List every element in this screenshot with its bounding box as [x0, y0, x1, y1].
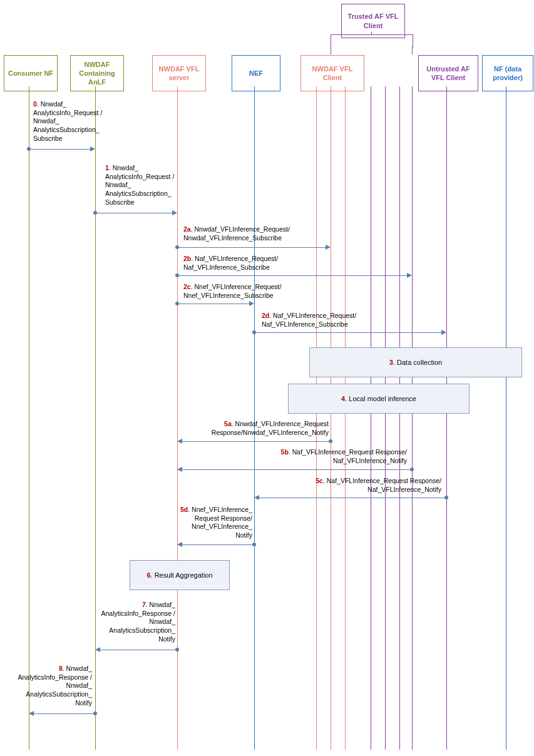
step-number: 2b [183, 255, 191, 262]
msg-text: . Naf_VFLInference_Request Response/ Naf… [289, 448, 407, 464]
participant-nf-data-provider: NF (data provider) [482, 55, 533, 91]
participant-label: NWDAF Containing AnLF [72, 60, 122, 87]
note-text: . Result Aggregation [151, 571, 213, 579]
arrow-1-head [172, 210, 177, 215]
participant-label: Consumer NF [8, 69, 53, 78]
lifeline-trusted-a [371, 86, 371, 750]
msg-7-label: 7. Nnwdaf_ AnalyticsInfo_Response / Nnwd… [97, 601, 175, 643]
arrow-8-head [29, 711, 34, 716]
lifeline-untrusted [446, 86, 447, 750]
step-number: 2c [183, 283, 191, 290]
msg-2b-label: 2b. Naf_VFLInference_Request/ Naf_VFLInf… [183, 255, 327, 272]
arrow-1 [95, 213, 172, 213]
msg-text: . Nnwdaf_ AnalyticsInfo_Response / Nnwda… [18, 665, 92, 707]
participant-label: Untrusted AF VFL Client [420, 64, 476, 83]
participant-label: NWDAF VFL server [154, 64, 204, 83]
msg-2d-label: 2d. Naf_VFLInference_Request/ Naf_VFLInf… [262, 312, 406, 329]
msg-2a-label: 2a. Nnwdaf_VFLInference_Request/ Nnwdaf_… [183, 225, 327, 242]
step-number: 5b [281, 448, 289, 456]
participant-nwdaf-anlf: NWDAF Containing AnLF [70, 55, 124, 91]
arrow-5d [182, 544, 254, 545]
arrow-2c-head [249, 301, 254, 306]
participant-nef: NEF [232, 55, 280, 91]
step-number: 5a [224, 420, 232, 427]
lifeline-nf [506, 86, 506, 750]
msg-2c-label: 2c. Nnef_VFLInference_Request/ Nnef_VFLI… [183, 283, 327, 300]
lifeline-vflclient-b [331, 86, 331, 750]
note-text: . Data collection [393, 359, 442, 366]
arrow-2a [177, 247, 326, 248]
arrow-5c [259, 498, 446, 498]
arrow-5c-head [254, 495, 259, 500]
arrow-0-head [90, 146, 95, 151]
arrow-2b [177, 275, 407, 276]
trusted-bracket [331, 34, 413, 48]
arrow-5a-head [177, 439, 182, 444]
arrow-5a [182, 441, 331, 442]
note-local-inference: 4. Local model inference [288, 384, 470, 414]
lifeline-trusted-c [399, 86, 400, 750]
step-number: 5c [316, 477, 323, 484]
participant-label: Trusted AF VFL Client [343, 12, 403, 30]
participant-consumer-nf: Consumer NF [4, 55, 58, 91]
lifeline-nef [254, 86, 255, 750]
lifeline-vflclient [316, 86, 317, 750]
arrow-5d-head [177, 542, 182, 547]
participant-label: NEF [249, 69, 263, 78]
msg-text: . Nnef_VFLInference_ Request Response/ N… [188, 506, 252, 539]
arrow-5b-head [177, 467, 182, 472]
msg-8-label: 8. Nnwdaf_ AnalyticsInfo_Response / Nnwd… [14, 665, 92, 707]
trusted-leg-center [371, 32, 372, 34]
msg-text: . Nnwdaf_ AnalyticsInfo_Request / Nnwdaf… [33, 100, 102, 142]
lifeline-vflclient-c [345, 86, 346, 750]
arrow-2a-head [326, 245, 331, 250]
step-number: 2d [262, 312, 269, 319]
arrow-5b [182, 469, 412, 470]
participant-vfl-server: NWDAF VFL server [152, 55, 206, 91]
participant-vfl-client: NWDAF VFL Client [300, 55, 364, 91]
lifeline-trusted-b [385, 86, 386, 750]
msg-5d-label: 5d. Nnef_VFLInference_ Request Response/… [174, 506, 252, 540]
trusted-leg-right [412, 47, 413, 54]
step-number: 2a [183, 225, 191, 233]
note-text: . Local model inference [345, 395, 416, 402]
msg-text: . Nnef_VFLInference_Request/ Nnef_VFLInf… [183, 283, 281, 299]
msg-text: . Naf_VFLInference_Request/ Naf_VFLInfer… [183, 255, 278, 271]
arrow-0 [29, 149, 90, 150]
trusted-leg-left [331, 47, 331, 54]
msg-text: . Nnwdaf_ AnalyticsInfo_Request / Nnwdaf… [105, 164, 174, 206]
participant-label: NF (data provider) [484, 64, 531, 83]
arrow-7 [100, 650, 177, 650]
arrow-7-head [95, 647, 100, 652]
msg-text: . Naf_VFLInference_Request/ Naf_VFLInfer… [262, 312, 356, 328]
note-result-aggregation: 6. Result Aggregation [130, 560, 230, 590]
arrow-2c [177, 304, 249, 304]
step-number: 5d [180, 506, 188, 513]
msg-0-label: 0. Nnwdaf_ AnalyticsInfo_Request / Nnwda… [33, 100, 115, 143]
msg-text: . Nnwdaf_VFLInference_Request/ Nnwdaf_VF… [183, 225, 290, 242]
msg-5b-label: 5b. Naf_VFLInference_Request Response/ N… [263, 448, 407, 465]
arrow-2b-head [407, 273, 412, 278]
msg-text: . Nnwdaf_ AnalyticsInfo_Response / Nnwda… [101, 601, 175, 643]
participant-untrusted-af: Untrusted AF VFL Client [418, 55, 478, 91]
arrow-8 [34, 713, 95, 714]
msg-5c-label: 5c. Naf_VFLInference_Request Response/ N… [288, 477, 441, 494]
lifeline-trusted-d [412, 86, 413, 750]
arrow-2d [254, 332, 441, 333]
msg-text: . Naf_VFLInference_Request Response/ Naf… [323, 477, 441, 493]
msg-5a-label: 5a. Nnwdaf_VFLInference_Request Response… [185, 420, 329, 437]
arrow-2d-head [441, 330, 446, 335]
participant-label: NWDAF VFL Client [302, 64, 362, 83]
participant-trusted-af: Trusted AF VFL Client [341, 4, 405, 38]
msg-1-label: 1. Nnwdaf_ AnalyticsInfo_Request / Nnwda… [105, 164, 193, 207]
note-data-collection: 3. Data collection [309, 347, 522, 377]
lifeline-consumer [29, 86, 29, 750]
